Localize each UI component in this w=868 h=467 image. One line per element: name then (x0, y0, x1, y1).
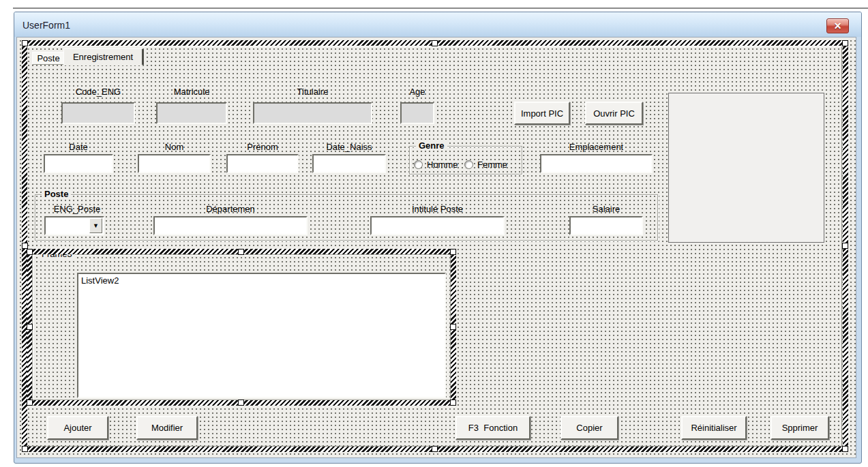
close-button[interactable]: ✕ (826, 18, 849, 33)
reinitialiser-button[interactable]: Réinitialiser (681, 416, 747, 440)
multipage-handle-top-left[interactable] (22, 40, 28, 46)
intitule-poste-label: Intitulé Poste (370, 204, 505, 215)
prenom-field[interactable] (226, 154, 299, 173)
tab-enregistrement[interactable]: Enregistrement (63, 48, 144, 65)
radio-femme-icon[interactable] (464, 160, 473, 169)
window-title: UserForm1 (23, 20, 70, 31)
frame3-handle-bottom-right[interactable] (450, 400, 456, 406)
multipage-handle-bottom-right[interactable] (842, 446, 848, 452)
userform-design-surface[interactable]: Poste Enregistrement Code_ENG Matricule … (16, 37, 856, 458)
departemen-label: Départemen (153, 204, 308, 215)
multipage-handle-top-right[interactable] (842, 40, 848, 46)
multipage-handle-bottom-middle[interactable] (432, 446, 438, 452)
frame3-handle-top-right[interactable] (450, 249, 456, 255)
multipage-handle-middle-left[interactable] (22, 243, 28, 249)
frame3-handle-top-left[interactable] (27, 249, 33, 255)
tab-poste[interactable]: Poste (32, 52, 65, 65)
window-top-divider (13, 7, 868, 9)
salaire-field[interactable] (569, 216, 643, 235)
listview2[interactable]: ListView2 (77, 273, 446, 398)
modifier-button[interactable]: Modifier (136, 416, 198, 440)
date-naiss-label: Date_Naiss (312, 142, 386, 153)
multipage-handle-top-middle[interactable] (432, 40, 438, 46)
frame3-handle-middle-right[interactable] (450, 324, 456, 330)
poste-frame: Poste ENG_Poste ▼ Départemen Intitulé Po… (35, 194, 658, 241)
titulaire-field[interactable] (253, 102, 372, 124)
listview2-label: ListView2 (81, 275, 119, 286)
f3-fonction-button[interactable]: F3 Fonction (455, 416, 530, 440)
radio-homme[interactable]: Homme (414, 160, 458, 170)
code-eng-field[interactable] (61, 102, 135, 124)
multipage-handle-middle-right[interactable] (842, 243, 848, 249)
prenom-label: Prénom (226, 142, 299, 153)
multipage-handle-bottom-left[interactable] (22, 446, 28, 452)
age-field[interactable] (400, 102, 434, 124)
date-label: Date (44, 142, 113, 153)
frame3-handle-bottom-middle[interactable] (238, 400, 244, 406)
date-naiss-field[interactable] (312, 154, 386, 173)
titulaire-label: Titulaire (253, 87, 372, 97)
poste-frame-caption: Poste (42, 189, 71, 199)
date-field[interactable] (44, 154, 113, 173)
ajouter-button[interactable]: Ajouter (47, 416, 108, 440)
close-icon: ✕ (834, 20, 842, 31)
matricule-label: Matricule (156, 87, 227, 97)
import-pic-button[interactable]: Import PIC (514, 102, 570, 125)
salaire-label: Salaire (569, 204, 643, 215)
combobox-dropdown-icon[interactable]: ▼ (89, 218, 102, 233)
radio-homme-icon[interactable] (414, 160, 423, 169)
intitule-poste-field[interactable] (370, 216, 505, 235)
titlebar[interactable]: UserForm1 ✕ (14, 12, 861, 37)
nom-field[interactable] (138, 154, 211, 173)
eng-poste-combobox[interactable]: ▼ (44, 216, 104, 235)
frame3[interactable]: Frame3 ListView2 (32, 254, 451, 400)
emplacement-label: Emplacement (540, 142, 653, 153)
userform-designer-window: UserForm1 ✕ Poste Enregistrement Code_EN… (14, 12, 862, 464)
genre-frame: Genre Homme Femme (409, 146, 522, 175)
ouvrir-pic-button[interactable]: Ouvrir PIC (585, 102, 643, 125)
vbe-canvas: UserForm1 ✕ Poste Enregistrement Code_EN… (0, 0, 868, 467)
frame3-handle-bottom-left[interactable] (27, 400, 33, 406)
radio-femme[interactable]: Femme (464, 160, 507, 170)
departemen-field[interactable] (153, 216, 308, 235)
code-eng-label: Code_ENG (61, 87, 135, 97)
radio-homme-label: Homme (427, 160, 458, 170)
frame3-handle-top-middle[interactable] (238, 249, 244, 255)
radio-femme-label: Femme (477, 160, 507, 170)
spprimer-button[interactable]: Spprimer (770, 416, 829, 440)
age-label: Age (400, 87, 434, 97)
genre-frame-caption: Genre (416, 140, 447, 151)
copier-button[interactable]: Copier (560, 416, 618, 440)
matricule-field[interactable] (156, 102, 227, 124)
frame3-handle-middle-left[interactable] (27, 324, 33, 330)
picture-frame[interactable] (668, 93, 824, 243)
nom-label: Nom (138, 142, 211, 153)
eng-poste-label: ENG_Poste (44, 204, 110, 215)
emplacement-field[interactable] (540, 154, 653, 173)
